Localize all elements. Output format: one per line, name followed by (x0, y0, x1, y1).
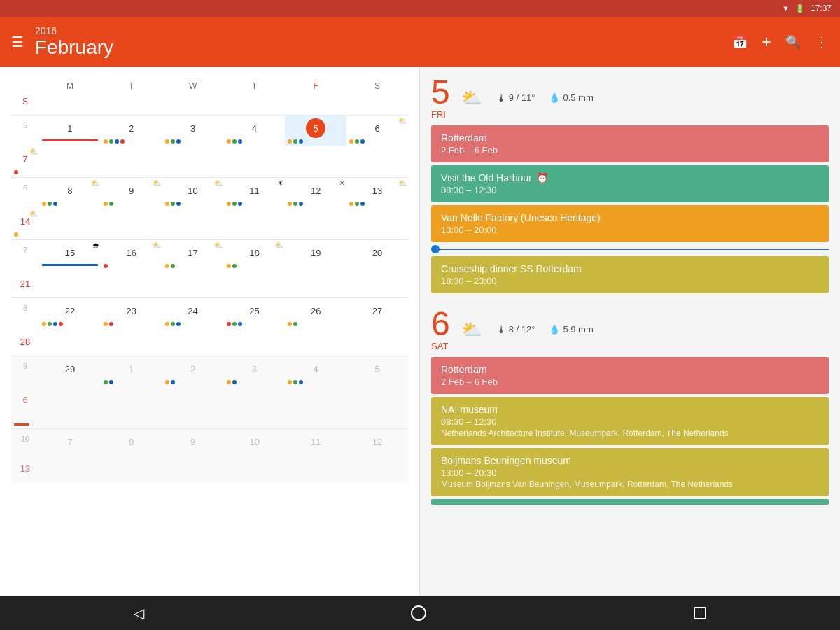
calendar-header: M T W T F S S (11, 73, 408, 115)
day-num-mar13: 13 (15, 458, 35, 478)
week-row-8: 8 22 23 24 (11, 298, 408, 356)
weather-icon-7: ⛅ (29, 148, 38, 155)
more-icon[interactable]: ⋮ (815, 34, 829, 50)
cal-day-feb25[interactable]: 25 (224, 298, 286, 329)
cal-day-feb28[interactable]: 28 (11, 329, 39, 356)
cal-day-feb9[interactable]: 9 ⛅ (101, 178, 162, 209)
week-num-6: 6 (11, 178, 39, 209)
cal-day-feb5[interactable]: 5 (285, 115, 346, 146)
cal-day-feb20[interactable]: 20 (346, 240, 408, 271)
weather-row-5: ⛅ 🌡 9 / 11° 💧 0.5 mm (461, 88, 829, 108)
recents-button[interactable] (694, 607, 706, 620)
cal-day-feb11[interactable]: 11 ☀ (224, 178, 286, 209)
cal-day-feb1[interactable]: 1 (39, 115, 101, 146)
cal-day-mar12[interactable]: 12 (346, 429, 408, 456)
weather-icon-9: ⛅ (153, 179, 161, 187)
cal-day-feb10[interactable]: 10 ⛅ (162, 178, 224, 209)
weather-icon-18: ⛅ (275, 241, 284, 249)
cal-day-mar1[interactable]: 1 (101, 356, 162, 387)
cal-day-mar8[interactable]: 8 (101, 429, 162, 456)
cal-day-feb8[interactable]: 8 ⛅ (39, 178, 101, 209)
cal-day-mar9[interactable]: 9 (162, 429, 224, 456)
current-time-indicator (431, 245, 829, 253)
cal-day-feb22[interactable]: 22 (39, 298, 101, 329)
cal-day-feb21[interactable]: 21 (11, 271, 39, 298)
event-time: 13:00 – 20:00 (441, 225, 819, 235)
event-title: Rotterdam (441, 364, 819, 375)
event-rotterdam-fri[interactable]: Rotterdam 2 Feb – 6 Feb (431, 125, 829, 162)
cal-day-feb24[interactable]: 24 (162, 298, 224, 329)
cal-day-feb18[interactable]: 18 ⛅ (224, 240, 286, 271)
weather-icon-10: ⛅ (214, 179, 223, 187)
cal-day-feb16[interactable]: 16 ⛅ (101, 240, 162, 271)
event-van-nelle[interactable]: Van Nelle Factory (Unesco Heritage) 13:0… (431, 205, 829, 242)
event-dot (115, 139, 119, 144)
cal-day-mar4[interactable]: 4 (285, 356, 346, 387)
event-boijmans[interactable]: Boijmans Beuningen museum 13:00 – 20:30 … (431, 448, 829, 496)
cal-day-feb3[interactable]: 3 (162, 115, 224, 146)
event-dot (109, 322, 113, 326)
cal-day-mar11[interactable]: 11 (285, 429, 346, 456)
weather-temp-sat: 🌡 8 / 12° (496, 324, 536, 335)
battery-icon: 🔋 (795, 4, 805, 13)
cal-day-mar2[interactable]: 2 (162, 356, 224, 387)
cal-day-mar7[interactable]: 7 (39, 429, 101, 456)
cal-day-feb6[interactable]: 6 ⛅ (346, 115, 408, 146)
cal-day-mar5[interactable]: 5 (346, 356, 408, 387)
add-event-icon[interactable]: + (762, 32, 771, 52)
event-dot (53, 322, 57, 326)
weather-icon-14: ⛅ (29, 210, 38, 218)
day-num-mar8: 8 (122, 432, 141, 451)
event-dot (293, 380, 298, 384)
week-col-header (11, 78, 39, 94)
calendar-view-icon[interactable]: 📅 (732, 34, 748, 50)
search-icon[interactable]: 🔍 (785, 34, 801, 50)
event-rotterdam-sat[interactable]: Rotterdam 2 Feb – 6 Feb (431, 357, 829, 394)
cal-day-feb26[interactable]: 26 (285, 298, 346, 329)
event-dot (109, 380, 113, 384)
cal-day-feb19[interactable]: 19 (285, 240, 346, 271)
cal-day-feb15[interactable]: 15 🌧 (39, 240, 101, 271)
day-num-21: 21 (15, 274, 35, 293)
cal-day-feb12[interactable]: 12 ☀ (285, 178, 346, 209)
menu-icon[interactable]: ☰ (11, 34, 24, 50)
day-header-6: 6 Sat ⛅ 🌡 8 / 12° 💧 5.9 mm (431, 307, 829, 351)
event-dot (171, 380, 175, 384)
cal-day-feb17[interactable]: 17 ⛅ (162, 240, 224, 271)
home-button[interactable] (411, 606, 426, 621)
day-num-10: 10 (183, 181, 203, 200)
cal-day-feb13[interactable]: 13 ⛅ (346, 178, 408, 209)
week-num-5: 5 (11, 115, 39, 146)
day-num-mar11: 11 (306, 432, 326, 451)
event-cruiseship[interactable]: Cruiseship dinner SS Rotterdam 18:30 – 2… (431, 256, 829, 293)
week-num-10: 10 (11, 429, 39, 456)
event-dot (288, 139, 292, 144)
cal-day-feb27[interactable]: 27 (346, 298, 408, 329)
day-num-29: 29 (60, 359, 80, 379)
month-label: February (35, 36, 721, 59)
event-time: 18:30 – 23:00 (441, 276, 819, 286)
cal-day-feb7[interactable]: 7 ⛅ (11, 146, 39, 177)
event-dot (171, 202, 175, 206)
cal-day-feb14[interactable]: 14 ⛅ (11, 209, 39, 239)
time-dot (431, 245, 440, 253)
cal-day-feb23[interactable]: 23 (101, 298, 162, 329)
day-num-27: 27 (368, 301, 387, 321)
cal-day-mar13[interactable]: 13 (11, 456, 39, 482)
cal-day-mar6[interactable]: 6 (11, 387, 39, 428)
cal-day-feb4[interactable]: 4 (224, 115, 286, 146)
cal-day-feb29[interactable]: 29 (39, 356, 101, 387)
event-nai-museum[interactable]: NAI museum 08:30 – 12:30 Netherlands Arc… (431, 397, 829, 445)
event-old-harbour[interactable]: Visit the Old Harbour ⏰ 08:30 – 12:30 (431, 165, 829, 202)
event-dot (171, 322, 175, 326)
week-row-10: 10 7 8 9 10 11 12 13 (11, 428, 408, 482)
cal-day-feb2[interactable]: 2 (101, 115, 162, 146)
weather-icon-8: ⛅ (91, 179, 99, 187)
event-dot (104, 380, 108, 384)
event-dot (293, 139, 298, 144)
event-dot (165, 139, 169, 144)
weather-rain-sat: 💧 5.9 mm (549, 324, 593, 335)
cal-day-mar3[interactable]: 3 (224, 356, 286, 387)
back-button[interactable]: ◁ (134, 605, 144, 622)
cal-day-mar10[interactable]: 10 (224, 429, 286, 456)
